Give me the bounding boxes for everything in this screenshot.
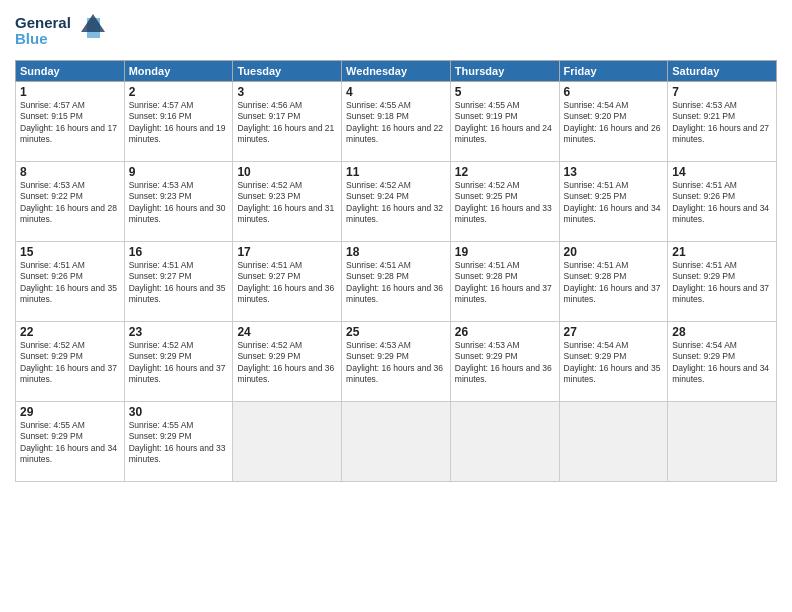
calendar-day-cell: 3Sunrise: 4:56 AMSunset: 9:17 PMDaylight… <box>233 82 342 162</box>
day-info: Sunrise: 4:51 AMSunset: 9:27 PMDaylight:… <box>129 260 229 306</box>
day-info: Sunrise: 4:52 AMSunset: 9:25 PMDaylight:… <box>455 180 555 226</box>
calendar-day-cell <box>342 402 451 482</box>
svg-text:General: General <box>15 14 71 31</box>
day-number: 13 <box>564 165 664 179</box>
day-info: Sunrise: 4:51 AMSunset: 9:29 PMDaylight:… <box>672 260 772 306</box>
logo: General Blue <box>15 10 105 54</box>
day-info: Sunrise: 4:54 AMSunset: 9:29 PMDaylight:… <box>564 340 664 386</box>
day-info: Sunrise: 4:57 AMSunset: 9:16 PMDaylight:… <box>129 100 229 146</box>
calendar-day-cell: 28Sunrise: 4:54 AMSunset: 9:29 PMDayligh… <box>668 322 777 402</box>
svg-marker-3 <box>81 14 105 32</box>
day-number: 29 <box>20 405 120 419</box>
day-number: 19 <box>455 245 555 259</box>
calendar-day-header: Monday <box>124 61 233 82</box>
calendar-week-row: 22Sunrise: 4:52 AMSunset: 9:29 PMDayligh… <box>16 322 777 402</box>
header: General Blue <box>15 10 777 54</box>
calendar-day-header: Saturday <box>668 61 777 82</box>
day-number: 12 <box>455 165 555 179</box>
day-number: 28 <box>672 325 772 339</box>
day-number: 18 <box>346 245 446 259</box>
day-number: 8 <box>20 165 120 179</box>
calendar-day-cell: 13Sunrise: 4:51 AMSunset: 9:25 PMDayligh… <box>559 162 668 242</box>
day-info: Sunrise: 4:51 AMSunset: 9:28 PMDaylight:… <box>564 260 664 306</box>
calendar-day-cell <box>668 402 777 482</box>
calendar-day-cell: 2Sunrise: 4:57 AMSunset: 9:16 PMDaylight… <box>124 82 233 162</box>
calendar-table: SundayMondayTuesdayWednesdayThursdayFrid… <box>15 60 777 482</box>
calendar-day-cell: 24Sunrise: 4:52 AMSunset: 9:29 PMDayligh… <box>233 322 342 402</box>
calendar-day-cell: 23Sunrise: 4:52 AMSunset: 9:29 PMDayligh… <box>124 322 233 402</box>
calendar-day-cell: 16Sunrise: 4:51 AMSunset: 9:27 PMDayligh… <box>124 242 233 322</box>
day-info: Sunrise: 4:53 AMSunset: 9:22 PMDaylight:… <box>20 180 120 226</box>
day-number: 23 <box>129 325 229 339</box>
day-info: Sunrise: 4:52 AMSunset: 9:29 PMDaylight:… <box>20 340 120 386</box>
calendar-day-cell: 14Sunrise: 4:51 AMSunset: 9:26 PMDayligh… <box>668 162 777 242</box>
calendar-day-cell: 21Sunrise: 4:51 AMSunset: 9:29 PMDayligh… <box>668 242 777 322</box>
day-number: 21 <box>672 245 772 259</box>
day-info: Sunrise: 4:55 AMSunset: 9:29 PMDaylight:… <box>129 420 229 466</box>
calendar-day-cell: 4Sunrise: 4:55 AMSunset: 9:18 PMDaylight… <box>342 82 451 162</box>
day-info: Sunrise: 4:51 AMSunset: 9:27 PMDaylight:… <box>237 260 337 306</box>
day-info: Sunrise: 4:54 AMSunset: 9:29 PMDaylight:… <box>672 340 772 386</box>
day-number: 22 <box>20 325 120 339</box>
calendar-week-row: 29Sunrise: 4:55 AMSunset: 9:29 PMDayligh… <box>16 402 777 482</box>
calendar-day-cell: 10Sunrise: 4:52 AMSunset: 9:23 PMDayligh… <box>233 162 342 242</box>
calendar-day-cell <box>450 402 559 482</box>
day-number: 26 <box>455 325 555 339</box>
calendar-day-cell: 12Sunrise: 4:52 AMSunset: 9:25 PMDayligh… <box>450 162 559 242</box>
calendar-day-header: Tuesday <box>233 61 342 82</box>
day-number: 2 <box>129 85 229 99</box>
calendar-header-row: SundayMondayTuesdayWednesdayThursdayFrid… <box>16 61 777 82</box>
calendar-day-header: Wednesday <box>342 61 451 82</box>
day-info: Sunrise: 4:53 AMSunset: 9:21 PMDaylight:… <box>672 100 772 146</box>
calendar-day-cell: 5Sunrise: 4:55 AMSunset: 9:19 PMDaylight… <box>450 82 559 162</box>
calendar-day-cell: 20Sunrise: 4:51 AMSunset: 9:28 PMDayligh… <box>559 242 668 322</box>
day-number: 10 <box>237 165 337 179</box>
day-info: Sunrise: 4:53 AMSunset: 9:29 PMDaylight:… <box>455 340 555 386</box>
day-number: 4 <box>346 85 446 99</box>
calendar-day-cell <box>233 402 342 482</box>
day-number: 20 <box>564 245 664 259</box>
calendar-day-cell: 6Sunrise: 4:54 AMSunset: 9:20 PMDaylight… <box>559 82 668 162</box>
day-number: 16 <box>129 245 229 259</box>
day-number: 6 <box>564 85 664 99</box>
day-number: 27 <box>564 325 664 339</box>
calendar-day-cell: 22Sunrise: 4:52 AMSunset: 9:29 PMDayligh… <box>16 322 125 402</box>
calendar-day-cell: 11Sunrise: 4:52 AMSunset: 9:24 PMDayligh… <box>342 162 451 242</box>
day-number: 5 <box>455 85 555 99</box>
day-number: 1 <box>20 85 120 99</box>
calendar-day-cell: 15Sunrise: 4:51 AMSunset: 9:26 PMDayligh… <box>16 242 125 322</box>
day-info: Sunrise: 4:51 AMSunset: 9:26 PMDaylight:… <box>672 180 772 226</box>
day-info: Sunrise: 4:57 AMSunset: 9:15 PMDaylight:… <box>20 100 120 146</box>
day-info: Sunrise: 4:51 AMSunset: 9:28 PMDaylight:… <box>346 260 446 306</box>
day-number: 24 <box>237 325 337 339</box>
calendar-day-cell: 18Sunrise: 4:51 AMSunset: 9:28 PMDayligh… <box>342 242 451 322</box>
day-info: Sunrise: 4:52 AMSunset: 9:29 PMDaylight:… <box>237 340 337 386</box>
day-info: Sunrise: 4:52 AMSunset: 9:29 PMDaylight:… <box>129 340 229 386</box>
day-info: Sunrise: 4:54 AMSunset: 9:20 PMDaylight:… <box>564 100 664 146</box>
day-info: Sunrise: 4:53 AMSunset: 9:29 PMDaylight:… <box>346 340 446 386</box>
day-info: Sunrise: 4:51 AMSunset: 9:26 PMDaylight:… <box>20 260 120 306</box>
day-info: Sunrise: 4:52 AMSunset: 9:23 PMDaylight:… <box>237 180 337 226</box>
calendar-day-cell: 17Sunrise: 4:51 AMSunset: 9:27 PMDayligh… <box>233 242 342 322</box>
day-number: 17 <box>237 245 337 259</box>
day-info: Sunrise: 4:55 AMSunset: 9:19 PMDaylight:… <box>455 100 555 146</box>
day-number: 30 <box>129 405 229 419</box>
day-info: Sunrise: 4:56 AMSunset: 9:17 PMDaylight:… <box>237 100 337 146</box>
calendar-day-cell: 19Sunrise: 4:51 AMSunset: 9:28 PMDayligh… <box>450 242 559 322</box>
calendar-day-cell: 8Sunrise: 4:53 AMSunset: 9:22 PMDaylight… <box>16 162 125 242</box>
calendar-day-cell: 1Sunrise: 4:57 AMSunset: 9:15 PMDaylight… <box>16 82 125 162</box>
day-number: 7 <box>672 85 772 99</box>
day-info: Sunrise: 4:53 AMSunset: 9:23 PMDaylight:… <box>129 180 229 226</box>
calendar-day-cell: 30Sunrise: 4:55 AMSunset: 9:29 PMDayligh… <box>124 402 233 482</box>
day-info: Sunrise: 4:51 AMSunset: 9:25 PMDaylight:… <box>564 180 664 226</box>
day-info: Sunrise: 4:51 AMSunset: 9:28 PMDaylight:… <box>455 260 555 306</box>
day-number: 3 <box>237 85 337 99</box>
calendar-day-cell: 26Sunrise: 4:53 AMSunset: 9:29 PMDayligh… <box>450 322 559 402</box>
calendar-day-cell: 25Sunrise: 4:53 AMSunset: 9:29 PMDayligh… <box>342 322 451 402</box>
day-number: 11 <box>346 165 446 179</box>
svg-text:Blue: Blue <box>15 30 48 47</box>
day-info: Sunrise: 4:52 AMSunset: 9:24 PMDaylight:… <box>346 180 446 226</box>
calendar-day-header: Sunday <box>16 61 125 82</box>
calendar-day-cell: 27Sunrise: 4:54 AMSunset: 9:29 PMDayligh… <box>559 322 668 402</box>
calendar-day-header: Friday <box>559 61 668 82</box>
